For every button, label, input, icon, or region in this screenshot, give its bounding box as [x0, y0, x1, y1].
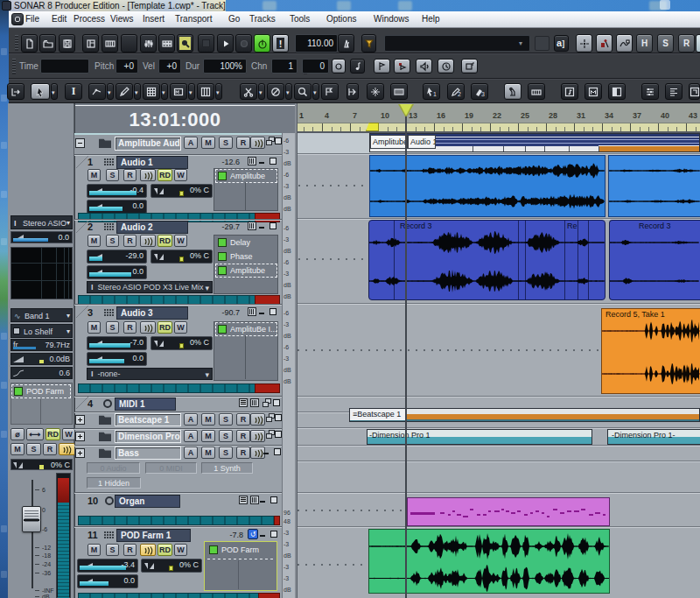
- svg-text:1: 1: [433, 91, 437, 97]
- svg-text:3: 3: [481, 91, 485, 97]
- svg-text:2: 2: [458, 91, 461, 97]
